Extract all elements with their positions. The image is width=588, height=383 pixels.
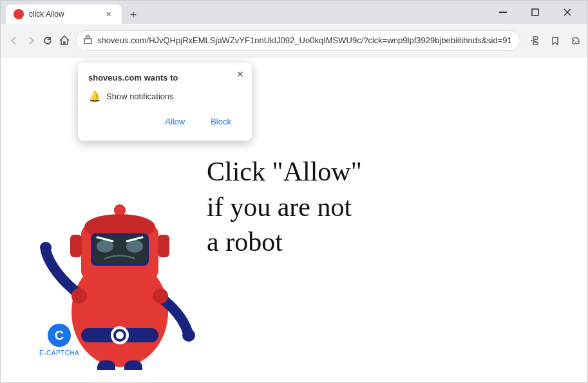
share-button[interactable] [526,32,544,50]
svg-point-31 [182,329,195,342]
svg-rect-6 [533,42,538,44]
svg-point-15 [116,331,124,339]
popup-description: Show notifications [106,92,174,101]
page-content: ✕ shoveus.com wants to 🔔 Show notificati… [1,57,587,382]
ecaptcha-logo: C [46,322,72,348]
new-tab-button[interactable]: + [124,6,142,24]
address-actions [526,32,588,50]
svg-rect-25 [70,235,82,257]
svg-rect-26 [158,235,169,257]
svg-point-32 [153,288,168,304]
ecaptcha-label: E-CAPTCHA [39,349,79,357]
bell-icon: 🔔 [88,90,101,103]
main-text-line3: a robot [207,224,362,260]
svg-point-22 [126,240,143,253]
block-button[interactable]: Block [200,113,242,130]
popup-body: 🔔 Show notifications [88,90,242,103]
popup-actions: Allow Block [88,113,242,130]
active-tab[interactable]: click Allow ✕ [6,5,122,24]
svg-point-21 [97,240,113,253]
ecaptcha-logo-area: C E-CAPTCHA [39,322,79,357]
svg-rect-34 [124,360,142,370]
extension-button[interactable] [567,32,585,50]
popup-title: shoveus.com wants to [88,73,242,83]
tab-close-button[interactable]: ✕ [102,8,114,20]
title-bar: click Allow ✕ + [1,1,587,24]
allow-button[interactable]: Allow [155,113,195,130]
bookmark-button[interactable] [546,32,564,50]
lock-icon [84,35,92,46]
main-caption: Click "Allow" if you are not a robot [207,154,362,260]
maximize-button[interactable] [520,2,550,23]
popup-close-button[interactable]: ✕ [234,68,247,81]
notification-popup: ✕ shoveus.com wants to 🔔 Show notificati… [78,63,252,141]
main-text-line2: if you are not [207,190,362,225]
refresh-button[interactable] [42,30,53,51]
svg-point-30 [71,288,87,304]
svg-point-29 [40,242,52,253]
svg-rect-4 [84,39,91,44]
svg-text:C: C [55,328,64,342]
browser-window: click Allow ✕ + [0,0,588,383]
address-bar: shoveus.com/HJvQHpjRxEMLSjaWZvYF1nnUkIJ0… [1,24,587,57]
minimize-button[interactable] [488,2,518,23]
window-controls [488,2,582,23]
back-button[interactable] [8,30,20,51]
svg-rect-5 [533,37,538,39]
address-input[interactable]: shoveus.com/HJvQHpjRxEMLSjaWZvYF1nnUkIJ0… [75,30,520,51]
address-url: shoveus.com/HJvQHpjRxEMLSjaWZvYF1nnUkIJ0… [97,35,512,45]
tab-title: click Allow [29,10,97,19]
close-button[interactable] [553,2,582,23]
svg-rect-33 [97,360,115,370]
svg-rect-0 [499,12,507,13]
forward-button[interactable] [25,30,37,51]
tab-favicon [14,9,24,19]
svg-point-28 [115,205,125,215]
main-text-line1: Click "Allow" [207,154,362,190]
svg-rect-1 [532,9,538,15]
home-button[interactable] [59,30,70,51]
tab-strip: click Allow ✕ + [6,1,483,24]
